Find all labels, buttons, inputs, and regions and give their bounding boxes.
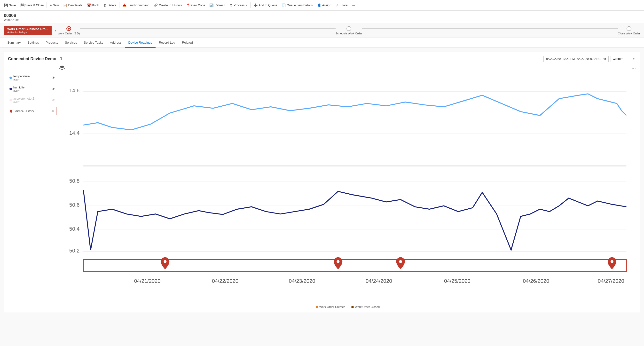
x-label-5: 04/25/2020 [444, 278, 470, 284]
queue-details-button[interactable]: 📄 Queue Item Details [280, 2, 315, 9]
svg-point-2 [336, 260, 340, 263]
assign-icon: 👤 [317, 4, 321, 7]
separator3 [250, 2, 250, 8]
legend-item-accelerometerZ[interactable]: accelerometerZ avg ▾ 👁 [8, 95, 56, 105]
stage-badge-subtitle: Active for 6 days [7, 31, 48, 34]
temperature-agg: avg ▾ [13, 78, 30, 81]
new-button[interactable]: + New [48, 2, 60, 9]
deactivate-button[interactable]: 📋 Deactivate [61, 2, 84, 9]
device-panel: Connected Device Demo - 1 04/20/2020, 10… [4, 52, 640, 313]
legend-left-humidity: humidity avg ▾ [10, 86, 25, 92]
tab-service-tasks[interactable]: Service Tasks [80, 38, 106, 48]
temperature-visibility-toggle[interactable]: 👁 [52, 76, 55, 80]
stage-label-1: Work Order (6 D) [58, 32, 80, 35]
geo-code-button[interactable]: 📍 Geo Code [184, 2, 207, 9]
chart-more-icon[interactable]: ··· [632, 66, 636, 71]
tab-settings[interactable]: Settings [24, 38, 42, 48]
refresh-button[interactable]: 🔄 Refresh [208, 2, 227, 9]
date-range-control: 04/20/2020, 10:21 PM - 04/27/2020, 04:21… [544, 56, 636, 62]
legend-work-order-created: Work Order Created [316, 305, 346, 309]
service-history-dot [10, 110, 12, 112]
tab-services[interactable]: Services [62, 38, 80, 48]
work-order-closed-label: Work Order Closed [355, 305, 380, 309]
save-button[interactable]: 💾 Save [2, 2, 18, 9]
device-panel-header: Connected Device Demo - 1 04/20/2020, 10… [8, 56, 636, 62]
x-label-7: 04/27/2020 [598, 278, 624, 284]
work-order-closed-dot [351, 306, 354, 308]
stage-bar: Work Order Business Pro... Active for 6 … [0, 23, 644, 38]
tab-related[interactable]: Related [178, 38, 196, 48]
more-button[interactable]: ⋯ [350, 2, 357, 8]
stage-progress: Work Order (6 D) Schedule Work Order Clo… [58, 26, 640, 35]
refresh-icon: 🔄 [209, 4, 214, 7]
tab-products[interactable]: Products [42, 38, 62, 48]
process-button[interactable]: ⚙ Process ▾ [228, 2, 249, 9]
legend-item-service-history[interactable]: Service History 👁 [8, 107, 56, 115]
geo-code-icon: 📍 [186, 4, 190, 7]
stage-circle-1 [66, 26, 71, 31]
work-order-created-dot [316, 306, 318, 308]
stage-item-3[interactable]: Close Work Order [618, 26, 640, 35]
legend-left-accelerometerZ: accelerometerZ avg ▾ [10, 97, 34, 103]
stage-prev-button[interactable]: ‹ [54, 28, 58, 34]
date-range-display: 04/20/2020, 10:21 PM - 04/27/2020, 04:21… [544, 56, 609, 62]
process-chevron: ▾ [246, 4, 248, 6]
humidity-label: humidity [13, 86, 25, 89]
temperature-agg-chevron[interactable]: ▾ [18, 78, 20, 81]
stage-line-1 [80, 28, 335, 28]
legend-left-temperature: temperature avg ▾ [10, 75, 30, 81]
humidity-visibility-toggle[interactable]: 👁 [52, 87, 55, 91]
stage-badge[interactable]: Work Order Business Pro... Active for 6 … [4, 26, 52, 35]
accelerometerZ-dot [10, 99, 12, 101]
share-button[interactable]: ↗ Share [334, 2, 350, 9]
main-content: Connected Device Demo - 1 04/20/2020, 10… [0, 48, 644, 346]
device-title: Connected Device Demo - 1 [8, 56, 62, 61]
service-history-visibility-toggle[interactable]: 👁 [51, 109, 55, 113]
svg-point-1 [164, 260, 166, 263]
stage-item-2[interactable]: Schedule Work Order [336, 26, 362, 35]
share-icon: ↗ [336, 4, 338, 7]
y-label-bot-3: 50.4 [69, 226, 80, 232]
time-range-select[interactable]: Custom Last 7 days Last 30 days Last 90 … [610, 56, 636, 62]
assign-button[interactable]: 👤 Assign [315, 2, 334, 9]
y-label-bot-2: 50.6 [69, 202, 80, 208]
create-iot-button[interactable]: 🔗 Create IoT Flows [152, 2, 184, 9]
send-command-button[interactable]: 📤 Send Command [120, 2, 151, 9]
custom-select-wrapper[interactable]: Custom Last 7 days Last 30 days Last 90 … [610, 56, 636, 62]
accelerometerZ-agg-chevron[interactable]: ▾ [18, 100, 20, 103]
stage-label-2: Schedule Work Order [336, 32, 362, 35]
y-label-top-2: 14.4 [69, 130, 80, 136]
add-queue-button[interactable]: ➕ Add to Queue [252, 2, 279, 9]
save-icon: 💾 [4, 4, 8, 7]
save-close-button[interactable]: 💾 Save & Close [18, 2, 46, 9]
stage-circle-2 [346, 26, 351, 31]
chart-toolbar: ··· [59, 66, 636, 71]
chart-svg: 14.6 14.4 50.8 50.6 50.4 50.2 [59, 72, 636, 303]
humidity-agg-chevron[interactable]: ▾ [18, 90, 20, 92]
service-history-label: Service History [14, 110, 34, 113]
pin-icon [10, 110, 12, 114]
book-button[interactable]: 📅 Book [85, 2, 101, 9]
tab-summary[interactable]: Summary [4, 38, 24, 48]
work-order-created-label: Work Order Created [319, 305, 346, 309]
x-label-4: 04/24/2020 [366, 278, 392, 284]
book-icon: 📅 [87, 4, 91, 7]
chart-layers-icon[interactable] [59, 66, 65, 71]
x-label-1: 04/21/2020 [134, 278, 160, 284]
accelerometerZ-label-wrap: accelerometerZ avg ▾ [13, 97, 34, 103]
delete-button[interactable]: 🗑 Delete [101, 2, 118, 9]
separator2 [119, 2, 120, 8]
stage-item-1[interactable]: Work Order (6 D) [58, 26, 80, 35]
svg-point-0 [11, 111, 12, 112]
tab-device-readings[interactable]: Device Readings [125, 38, 155, 48]
x-label-3: 04/23/2020 [289, 278, 315, 284]
tab-address[interactable]: Address [106, 38, 125, 48]
legend-item-temperature[interactable]: temperature avg ▾ 👁 [8, 73, 56, 83]
legend-item-humidity[interactable]: humidity avg ▾ 👁 [8, 84, 56, 94]
iot-icon: 🔗 [154, 4, 158, 7]
more-icon: ⋯ [352, 4, 355, 7]
save-close-icon: 💾 [20, 4, 24, 7]
chart-bottom-legend: Work Order Created Work Order Closed [59, 305, 636, 309]
accelerometerZ-visibility-toggle[interactable]: 👁 [52, 98, 55, 102]
tab-record-log[interactable]: Record Log [156, 38, 178, 48]
